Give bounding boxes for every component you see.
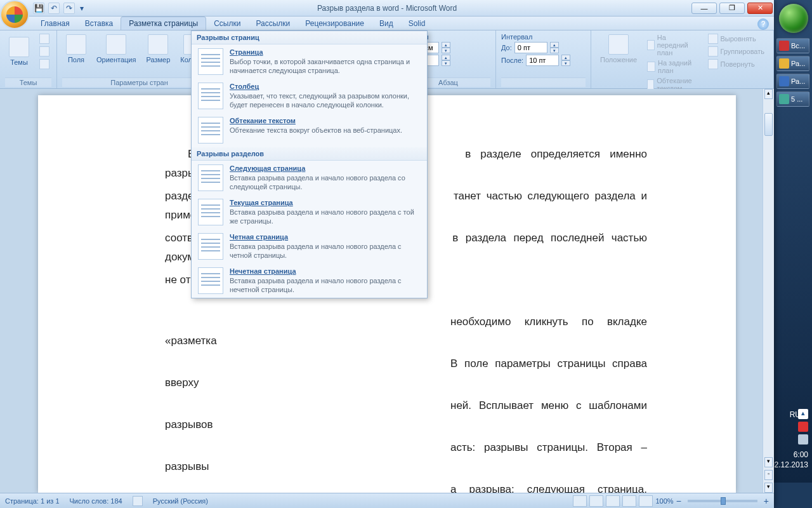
back-label: На задний план	[658, 59, 698, 74]
tab-references[interactable]: Ссылки	[206, 17, 248, 30]
qat-undo-button[interactable]: ↶	[48, 3, 60, 14]
page-break-icon	[198, 48, 223, 75]
spacing-before[interactable]: До:▴▾	[501, 42, 586, 53]
dd-item-even-page[interactable]: Четная страницаВставка разрыва раздела и…	[192, 229, 427, 264]
status-spellcheck-icon[interactable]	[133, 496, 143, 506]
dd-header-section-breaks: Разрывы разделов	[192, 147, 427, 161]
dd-item-continuous[interactable]: Текущая страницаВставка разрыва раздела …	[192, 195, 427, 229]
dd-item-desc: Вставка разрыва раздела и начало нового …	[230, 173, 421, 191]
start-button[interactable]	[779, 4, 808, 33]
tray-clock[interactable]: 6:00 02.12.2013	[770, 450, 808, 470]
theme-fonts-button[interactable]	[36, 46, 53, 57]
doc-text: В поле параметры страницы справа вверху	[165, 358, 647, 389]
dd-item-desc: Вставка разрыва раздела и начало нового …	[230, 208, 421, 225]
orientation-label: Ориентация	[96, 56, 136, 64]
dd-item-title: Текущая страница	[230, 199, 421, 206]
margins-button[interactable]: Поля	[62, 33, 90, 65]
taskbar-item-label: Ра...	[791, 60, 805, 67]
effects-icon	[39, 59, 49, 69]
spacing-title: Интервал	[501, 33, 586, 41]
zoom-in-button[interactable]: +	[764, 496, 769, 506]
qat-customize-icon[interactable]: ▾	[79, 3, 85, 14]
tray-time: 6:00	[770, 450, 808, 460]
status-language[interactable]: Русский (Россия)	[153, 497, 208, 505]
taskbar-item-3[interactable]: Ра...	[776, 74, 809, 89]
doc-text: ней. Всплывает меню с шаблонами разрывов	[165, 399, 647, 431]
zoom-out-button[interactable]: −	[676, 496, 681, 506]
status-words[interactable]: Число слов: 184	[70, 497, 122, 505]
group-icon	[708, 46, 718, 57]
dd-header-page-breaks: Разрывы страниц	[192, 31, 427, 44]
tray-expand-icon[interactable]: ▴	[798, 409, 808, 419]
taskbar-item-1[interactable]: Вс...	[776, 38, 809, 53]
taskbar-item-4[interactable]: 5 ...	[776, 91, 809, 107]
view-web-layout[interactable]	[606, 495, 620, 507]
dd-item-text-wrap[interactable]: Обтекание текстомОбтекание текста вокруг…	[192, 113, 427, 147]
prev-page-icon[interactable]: ◦	[764, 470, 773, 480]
status-page[interactable]: Страница: 1 из 1	[5, 497, 60, 505]
dd-item-next-page[interactable]: Следующая страницаВставка разрыва раздел…	[192, 161, 427, 195]
tab-home[interactable]: Главная	[33, 17, 77, 30]
dd-item-page[interactable]: СтраницаВыбор точки, в которой заканчива…	[192, 44, 427, 79]
evenpage-icon	[198, 233, 223, 260]
tray-volume-icon[interactable]	[798, 434, 808, 444]
tab-mailings[interactable]: Рассылки	[248, 17, 298, 30]
qat-save-button[interactable]: 💾	[33, 3, 44, 14]
group-label: Группировать	[721, 48, 765, 55]
maximize-button[interactable]: ❐	[719, 3, 745, 14]
tray-icons: ▴	[798, 409, 808, 444]
nextpage-icon	[198, 164, 223, 191]
tab-solid[interactable]: Solid	[401, 17, 433, 30]
vertical-scrollbar[interactable]: ▴ ▾ ◦ ▾	[763, 89, 774, 493]
margins-label: Поля	[68, 56, 84, 64]
spacing-after[interactable]: После:▴▾	[501, 55, 586, 66]
dd-item-title: Нечетная страница	[230, 267, 421, 275]
spacing-after-input[interactable]	[526, 55, 559, 66]
orientation-button[interactable]: Ориентация	[93, 33, 140, 65]
group-button: Группировать	[704, 46, 769, 57]
dd-item-title: Страница	[230, 48, 421, 56]
view-draft[interactable]	[639, 495, 653, 507]
next-page-icon[interactable]: ▾	[764, 483, 773, 493]
tray-flag-icon[interactable]	[798, 422, 808, 432]
dd-item-desc: Обтекание текста вокруг объектов на веб-…	[230, 126, 402, 135]
size-label: Размер	[146, 56, 170, 64]
zoom-level[interactable]: 100%	[655, 497, 673, 505]
help-icon[interactable]: ?	[757, 18, 769, 30]
office-button[interactable]	[0, 0, 29, 29]
scroll-down-icon[interactable]: ▾	[764, 457, 773, 467]
align-label: Выровнять	[721, 35, 756, 43]
theme-colors-button[interactable]	[36, 33, 53, 44]
tab-review[interactable]: Рецензирование	[298, 17, 372, 30]
group-themes-title: Темы	[5, 77, 51, 87]
dd-item-desc: Указывает, что текст, следующий за разры…	[230, 91, 421, 109]
doc-text: а разрыва: следующая страница, текущая	[165, 483, 647, 493]
close-button[interactable]: ✕	[747, 3, 773, 14]
zoom-knob[interactable]	[721, 497, 726, 505]
rotate-button: Повернуть	[704, 58, 769, 70]
size-button[interactable]: Размер	[142, 33, 174, 65]
doc-text: необходимо кликнуть по вкладке «разметка	[165, 316, 647, 347]
scroll-up-icon[interactable]: ▴	[764, 89, 773, 99]
spacing-before-input[interactable]	[514, 42, 547, 53]
dd-item-column[interactable]: СтолбецУказывает, что текст, следующий з…	[192, 79, 427, 113]
view-print-layout[interactable]	[573, 495, 587, 507]
margins-icon	[66, 34, 86, 55]
view-full-screen[interactable]	[589, 495, 603, 507]
taskbar-item-2[interactable]: Ра...	[776, 56, 809, 71]
themes-button[interactable]: Темы	[5, 36, 33, 67]
theme-effects-button[interactable]	[36, 58, 53, 70]
align-icon	[708, 34, 718, 44]
minimize-button[interactable]: —	[691, 3, 717, 14]
tab-view[interactable]: Вид	[372, 17, 401, 30]
tab-page-layout[interactable]: Разметка страницы	[121, 17, 206, 30]
qat-redo-button[interactable]: ↷	[63, 3, 75, 14]
tab-insert[interactable]: Вставка	[77, 17, 121, 30]
dd-item-odd-page[interactable]: Нечетная страницаВставка разрыва раздела…	[192, 264, 427, 298]
view-outline[interactable]	[622, 495, 636, 507]
zoom-slider[interactable]	[688, 500, 757, 502]
front-label: На передний план	[657, 34, 698, 57]
status-bar: Страница: 1 из 1 Число слов: 184 Русский…	[0, 493, 774, 508]
scroll-thumb[interactable]	[764, 113, 773, 136]
taskbar-item-label: 5 ...	[791, 95, 802, 103]
